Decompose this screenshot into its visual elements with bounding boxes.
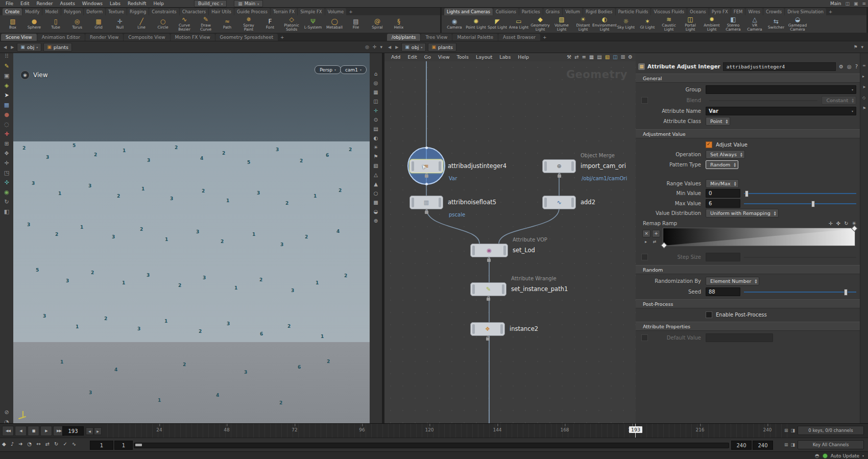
viewport-tool-icon[interactable]: ◉	[4, 189, 9, 195]
path-root-selector[interactable]: ▣ obj ▾	[17, 43, 41, 52]
shelf-tab[interactable]: Create	[3, 8, 22, 15]
shelf-tab[interactable]: Deform	[84, 8, 105, 15]
max-value-slider[interactable]	[744, 200, 856, 207]
viewport-tool-icon[interactable]: ❖	[4, 151, 9, 156]
shelf-tool[interactable]: ▭ Area Light	[508, 18, 529, 30]
viewport-tool-icon[interactable]: ✚	[4, 131, 9, 137]
range-slider-handle[interactable]	[135, 444, 142, 446]
add-pane-tab-button[interactable]: +	[540, 34, 549, 41]
ramp-delete-point-button[interactable]: ×	[642, 230, 650, 237]
default-value-input[interactable]	[706, 333, 773, 342]
display-option-icon[interactable]: ○	[374, 191, 378, 196]
node-set_instance_path1[interactable]: ✎ Attribute Wrangle set_instance_path1	[470, 282, 507, 295]
network-toolbar-icon[interactable]: ▤	[597, 54, 601, 60]
display-option-icon[interactable]: ◎	[374, 81, 378, 86]
pane-tab[interactable]: /obj/plants	[387, 34, 420, 41]
pane-tab[interactable]: Composite View	[124, 34, 170, 41]
display-option-icon[interactable]: ⚑	[374, 154, 378, 159]
jump-start-button[interactable]: ◀◀	[2, 426, 14, 436]
shelf-tab[interactable]: Model	[42, 8, 61, 15]
max-value-input[interactable]: 6	[706, 199, 740, 208]
viewport-tool-icon[interactable]: ✛	[4, 160, 9, 166]
section-post-process[interactable]: Post-Process	[636, 299, 860, 308]
shelf-tool[interactable]: ◧ Stereo Camera	[722, 16, 744, 32]
randomization-by-dropdown[interactable]: Element Number ▲▼	[706, 277, 759, 285]
parameter-strip-icon[interactable]: ➤	[862, 85, 866, 89]
pane-tab[interactable]: Tree View	[421, 34, 452, 41]
network-menu-item[interactable]: Help	[514, 54, 533, 60]
shelf-tool[interactable]: ▯ Tube	[45, 18, 66, 30]
menu-item[interactable]: Assets	[57, 1, 79, 6]
shelf-tool[interactable]: ◎ Torus	[66, 18, 88, 30]
playbar-toggle-icon[interactable]: ⇄	[45, 441, 50, 447]
stop-button[interactable]: ■	[28, 426, 39, 436]
default-value-checkbox[interactable]	[641, 334, 648, 341]
search-icon[interactable]: ◎	[847, 64, 852, 69]
enable-post-process-checkbox[interactable]	[706, 311, 712, 318]
menu-item[interactable]: Redshift	[124, 1, 150, 6]
shelf-tab[interactable]: Hair Utils	[209, 8, 234, 15]
viewport-tool-icon[interactable]: ⊞	[4, 141, 9, 147]
shelf-tab[interactable]: Collisions	[493, 8, 519, 15]
display-option-icon[interactable]: ⊙	[374, 117, 378, 123]
main-menu-selector[interactable]: ▦ Main ▾	[234, 0, 263, 7]
play-reverse-button[interactable]: ◀	[15, 426, 27, 436]
display-option-icon[interactable]: △	[374, 173, 378, 178]
display-option-icon[interactable]: ☀	[374, 145, 378, 150]
shelf-tab[interactable]: Characters	[180, 8, 208, 15]
frame-range-slider[interactable]	[134, 443, 729, 448]
view-icon[interactable]: ◉	[20, 70, 30, 80]
key-all-channels-button[interactable]: Key All Channels	[798, 440, 864, 449]
viewport-tool-icon[interactable]: ▣	[4, 73, 9, 79]
ramp-add-point-button[interactable]: +	[652, 230, 660, 237]
shelf-tool[interactable]: ○ Circle	[152, 18, 174, 30]
shelf-tool[interactable]: △ VR Camera	[744, 16, 765, 32]
shelf-tab[interactable]: Lights and Cameras	[444, 8, 493, 15]
ramp-flip-icon[interactable]: ⇄	[651, 239, 658, 245]
network-menu-item[interactable]: Add	[388, 54, 404, 60]
play-button[interactable]: ▶	[40, 426, 52, 436]
network-menu-item[interactable]: Tools	[453, 54, 472, 60]
shelf-tool[interactable]: ◤ Spot Light	[487, 18, 508, 30]
range-start-field[interactable]: 1	[90, 441, 113, 450]
shelf-tab[interactable]: Volume	[325, 8, 347, 15]
network-menu-item[interactable]: Layout	[472, 54, 496, 60]
viewport-tool-icon[interactable]: ●	[4, 112, 9, 117]
shelf-tool[interactable]: ∿ Curve Bezier	[174, 16, 195, 32]
playbar-toggle-icon[interactable]: ↻	[54, 441, 58, 447]
shelf-tab[interactable]: Vellum	[563, 8, 583, 15]
shelf-tool[interactable]: ✎ Draw Curve	[195, 16, 216, 32]
display-option-icon[interactable]: ◫	[373, 99, 378, 104]
viewport-tool-icon[interactable]: ▦	[4, 102, 9, 108]
node-name-field[interactable]: attribadjustinteger4	[723, 62, 836, 71]
snapshot-icon[interactable]: ◎	[365, 44, 369, 50]
shelf-tool[interactable]: ✵ Spray Paint	[238, 16, 259, 32]
viewport-tool-icon[interactable]: ✎	[4, 63, 9, 69]
menu-item[interactable]: Help	[150, 1, 168, 6]
blend-slider[interactable]	[709, 97, 817, 104]
shelf-tool[interactable]: ◐ Environment Light	[594, 16, 615, 32]
forward-button[interactable]: ▶	[394, 45, 399, 50]
back-button[interactable]: ◀	[3, 45, 8, 50]
viewport-tool-icon[interactable]: ◳	[4, 170, 9, 176]
playhead-frame-badge[interactable]: 193	[629, 426, 642, 433]
chevron-down-icon[interactable]: ▾	[852, 109, 853, 113]
menu-item[interactable]: Render	[33, 1, 57, 6]
network-toolbar-icon[interactable]: ⚒	[567, 54, 571, 60]
window-icon[interactable]: ◫	[845, 1, 850, 6]
parameter-strip-icon[interactable]: ⚑	[862, 106, 866, 111]
attribute-class-dropdown[interactable]: Point ▲▼	[706, 117, 730, 126]
shelf-tool[interactable]: ▨ Volume Light	[551, 16, 572, 32]
display-option-icon[interactable]: ⊕	[374, 219, 378, 224]
back-button[interactable]: ◀	[387, 45, 392, 50]
shelf-tab[interactable]: Polygon	[61, 8, 83, 15]
shelf-tab[interactable]: Rigid Bodies	[583, 8, 615, 15]
blend-mode-dropdown[interactable]: Constant ▲▼	[822, 96, 856, 105]
viewport-tool-icon[interactable]: ↻	[4, 199, 9, 205]
playbar-toggle-icon[interactable]: ♪	[11, 441, 14, 447]
pattern-type-dropdown[interactable]: Random ▲▼	[706, 160, 738, 169]
display-option-icon[interactable]: ▦	[373, 90, 378, 95]
shelf-tab[interactable]: Particle Fluids	[616, 8, 651, 15]
chevron-down-icon[interactable]: ▾	[862, 454, 864, 457]
shelf-tool[interactable]: F Font	[259, 18, 281, 30]
